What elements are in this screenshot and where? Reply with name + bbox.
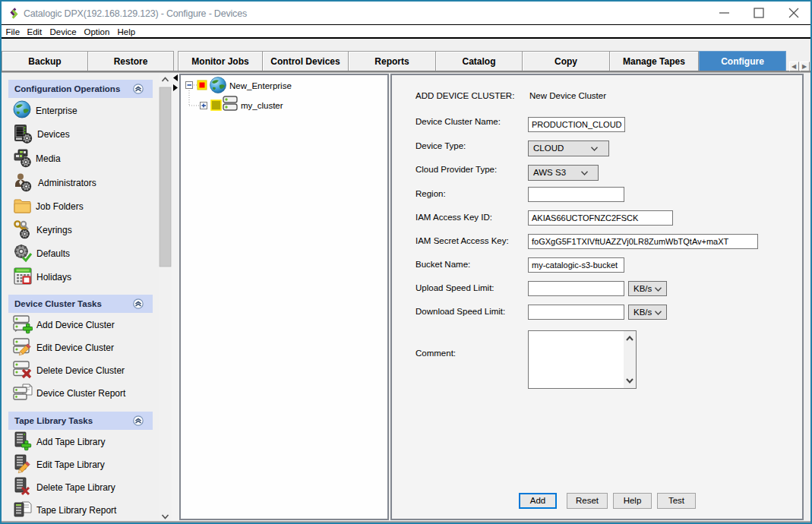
svg-text:my_cluster: my_cluster [241,101,283,110]
svg-text:New_Enterprise: New_Enterprise [229,81,292,90]
